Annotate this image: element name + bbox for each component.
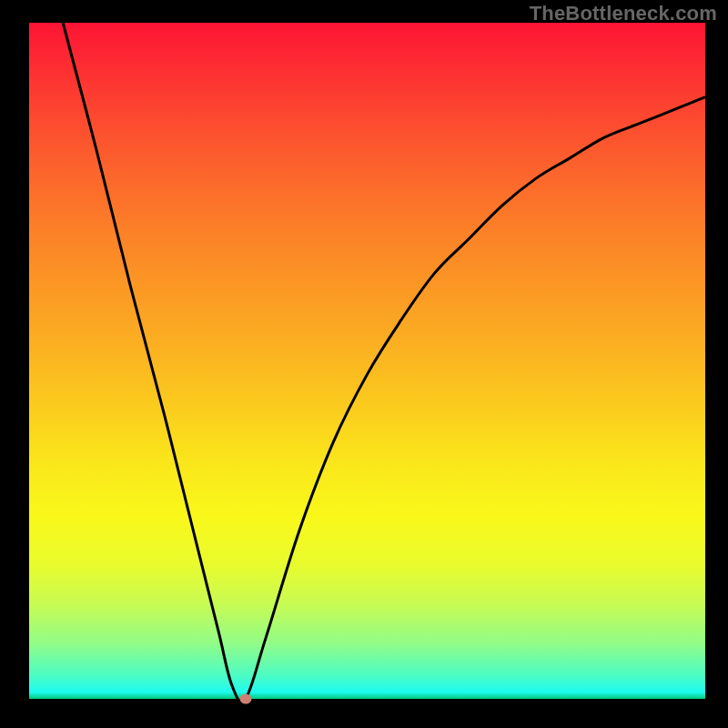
bottleneck-curve [63, 23, 705, 703]
plot-area [29, 23, 705, 699]
optimum-marker [239, 694, 251, 704]
chart-frame: TheBottleneck.com [0, 0, 728, 728]
watermark-label: TheBottleneck.com [530, 2, 717, 25]
curve-svg [29, 23, 705, 699]
